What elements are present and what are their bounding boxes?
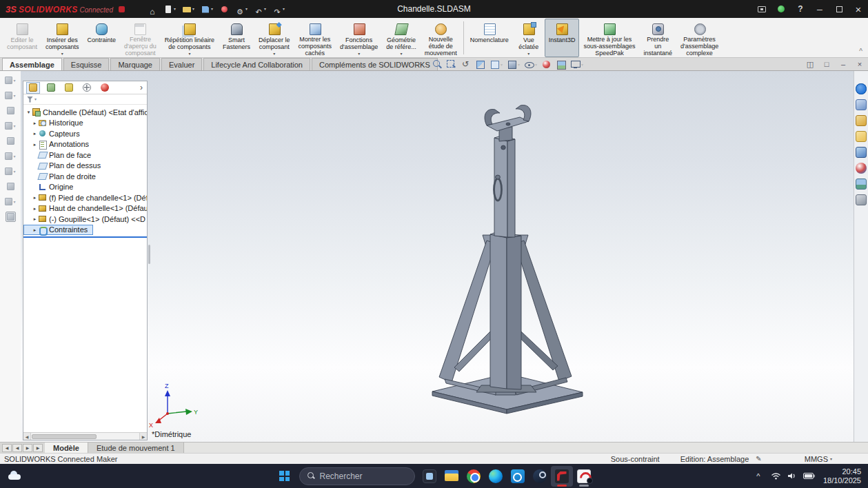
close-icon[interactable] — [849, 0, 868, 18]
open-icon[interactable]: ▾ — [180, 3, 196, 15]
solidworks-resources-icon[interactable] — [856, 99, 867, 110]
export-icon[interactable] — [752, 0, 771, 18]
file-explorer-icon[interactable] — [856, 131, 867, 142]
left-toolbar-icon-9[interactable]: ▾ — [3, 196, 17, 207]
expand-arrow-icon[interactable]: ▸ — [32, 192, 38, 203]
left-toolbar-icon-6[interactable]: ▾ — [3, 151, 17, 161]
last-model-tab-button[interactable]: ▶ — [33, 444, 43, 452]
dropdown-arrow-icon[interactable]: ▾ — [34, 97, 37, 101]
take-snapshot-button[interactable]: Prendre un instantané — [639, 19, 676, 57]
solidworks-2025-icon[interactable] — [573, 466, 595, 487]
search-input[interactable] — [320, 471, 396, 481]
unit-system-selector[interactable]: MMGS▾ — [805, 455, 832, 463]
settings-icon[interactable]: ▾ — [233, 3, 250, 15]
scroll-left-icon[interactable]: ◀ — [23, 433, 31, 440]
tab-compl-ments-de-solidworks[interactable]: Compléments de SOLIDWORKS — [312, 58, 438, 70]
widgets-weather-icon[interactable] — [8, 471, 22, 480]
left-toolbar-icon-5[interactable] — [6, 136, 16, 146]
task-view-icon[interactable] — [418, 466, 441, 487]
tab-marquage[interactable]: Marquage — [110, 58, 160, 70]
display-style-icon[interactable]: ▾ — [506, 59, 521, 70]
3dexperience-icon[interactable] — [217, 3, 231, 15]
property-manager-icon[interactable] — [44, 82, 58, 94]
redo-icon[interactable]: ▾ — [270, 3, 287, 15]
close-pane-icon[interactable] — [855, 59, 865, 69]
insert-components-button[interactable]: Insérer des composants▾ — [41, 19, 83, 57]
edit-appearance-icon[interactable] — [541, 59, 552, 70]
smart-fasteners-button[interactable]: Smart Fasteners — [219, 19, 254, 57]
left-toolbar-icon-2[interactable]: ▾ — [3, 90, 17, 101]
reference-geometry-button[interactable]: Géométrie de référe...▾ — [382, 19, 421, 57]
tree-item-plan-de-dessus[interactable]: Plan de dessus — [23, 161, 147, 172]
scroll-thumb[interactable] — [32, 434, 97, 439]
maximize-icon[interactable] — [829, 0, 849, 18]
tree-item-contraintes[interactable]: ▸Contraintes — [23, 225, 93, 236]
expand-arrow-icon[interactable]: ▸ — [32, 118, 38, 128]
hidden-icons-button[interactable] — [754, 472, 763, 480]
tree-item-annotations[interactable]: ▸Annotations — [23, 139, 147, 150]
assembly-features-button[interactable]: Fonctions d'assemblage▾ — [336, 19, 382, 57]
jack-stand-model[interactable] — [432, 105, 583, 414]
model-tab-mod-le[interactable]: Modèle — [45, 443, 88, 453]
show-hidden-components-button[interactable]: Montrer les composants cachés — [294, 19, 336, 57]
view-settings-icon[interactable]: ▾ — [569, 59, 584, 70]
expand-arrow-icon[interactable]: ▾ — [26, 107, 32, 117]
minimize-icon[interactable] — [810, 0, 829, 18]
full-screen-icon[interactable] — [822, 59, 831, 69]
tab-lifecycle-and-collaboration[interactable]: Lifecycle And Collaboration — [203, 58, 310, 70]
move-component-button[interactable]: Déplacer le composant▾ — [254, 19, 294, 57]
left-toolbar-icon-8[interactable] — [6, 181, 16, 192]
split-view-icon[interactable] — [805, 59, 815, 69]
undo-icon[interactable]: ▾ — [252, 3, 268, 15]
bill-of-materials-button[interactable]: Nomenclature — [466, 19, 513, 57]
configuration-manager-icon[interactable] — [62, 82, 76, 94]
tree-item-goupille-1-d-faut-d[interactable]: ▸(-) Goupille<1> (Défaut) <<D — [23, 214, 147, 225]
left-toolbar-icon-1[interactable]: ▾ — [3, 75, 17, 85]
left-toolbar-icon-7[interactable]: ▾ — [3, 166, 17, 176]
save-icon[interactable]: ▾ — [199, 3, 215, 15]
expand-arrow-icon[interactable]: ▸ — [32, 214, 38, 224]
tree-item-chandelle-d-faut-etat-d-affich[interactable]: ▾Chandelle (Défaut) <Etat d'affich — [23, 107, 147, 118]
previous-view-icon[interactable] — [460, 59, 472, 70]
instant3d-button[interactable]: Instant3D — [545, 19, 580, 57]
zoom-fit-icon[interactable] — [431, 59, 443, 70]
solidworks-icon[interactable] — [551, 466, 573, 487]
scenes-icon[interactable] — [856, 179, 867, 190]
new-motion-study-button[interactable]: Nouvelle étude de mouvement — [421, 19, 461, 57]
mate-button[interactable]: Contrainte — [83, 19, 121, 57]
section-view-icon[interactable] — [474, 59, 486, 70]
update-speedpak-button[interactable]: Mettre à jour les sous-assemblages Speed… — [579, 19, 639, 57]
design-library-icon[interactable] — [856, 115, 867, 126]
tree-item-f-pied-de-chandelle-1-d-f[interactable]: ▸(f) Pied de chandelle<1> (Déf — [23, 192, 147, 203]
view-orientation-icon[interactable]: ▾ — [489, 59, 503, 70]
appearances-icon[interactable] — [856, 163, 867, 174]
expand-arrow-icon[interactable]: ▸ — [32, 203, 38, 214]
tab-esquisse[interactable]: Esquisse — [63, 58, 110, 70]
featuremanager-tree-icon[interactable] — [26, 82, 40, 94]
outlook-icon[interactable] — [507, 466, 529, 487]
custom-properties-icon[interactable] — [856, 194, 867, 205]
tree-item-plan-de-droite[interactable]: Plan de droite — [23, 171, 147, 182]
collapse-ribbon-icon[interactable]: ^ — [859, 48, 862, 55]
next-model-tab-button[interactable]: ▶ — [23, 444, 32, 452]
expand-arrow-icon[interactable]: ▸ — [32, 225, 38, 235]
linear-component-pattern-button[interactable]: Répétition linéaire de composants▾ — [161, 19, 219, 57]
chrome-icon[interactable] — [463, 466, 485, 487]
expand-arrow-icon[interactable]: ▸ — [32, 128, 38, 139]
dimxpert-manager-icon[interactable] — [80, 82, 94, 94]
expand-arrow-icon[interactable]: ▸ — [32, 139, 38, 150]
view-palette-icon[interactable] — [856, 147, 867, 158]
tree-horizontal-scrollbar[interactable]: ◀ ▶ — [23, 432, 147, 440]
display-manager-icon[interactable] — [98, 82, 112, 94]
zoom-area-icon[interactable] — [445, 59, 457, 70]
file-explorer-icon[interactable] — [441, 466, 463, 487]
left-toolbar-icon-10[interactable] — [6, 212, 16, 222]
tree-item-origine[interactable]: Origine — [23, 182, 147, 193]
apply-scene-icon[interactable] — [555, 59, 567, 70]
help-icon[interactable] — [791, 0, 810, 18]
tree-item-plan-de-face[interactable]: Plan de face — [23, 150, 147, 161]
tree-item-capteurs[interactable]: ▸Capteurs — [23, 128, 147, 139]
taskbar-search[interactable] — [299, 467, 415, 485]
filter-icon[interactable] — [27, 96, 33, 103]
previous-model-tab-button[interactable]: ◀ — [12, 444, 22, 452]
